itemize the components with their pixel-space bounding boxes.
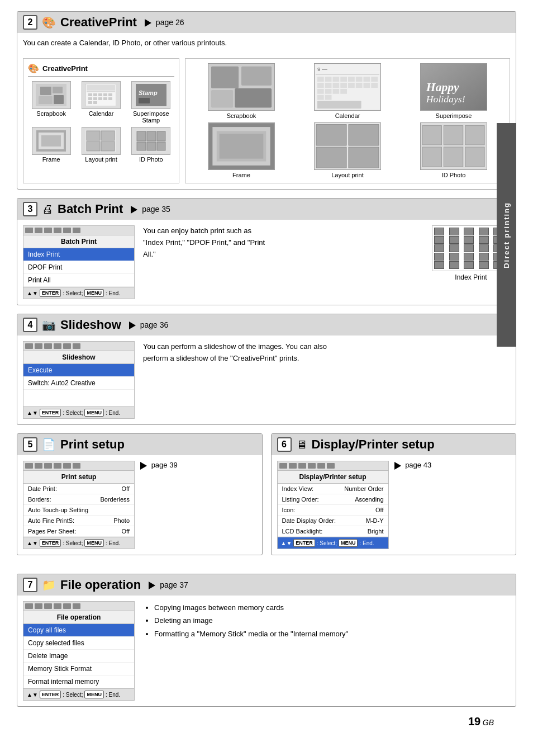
creative-print-icon: 🎨 bbox=[42, 16, 56, 29]
cp-label-frame: Frame bbox=[42, 156, 60, 163]
topbar-7-1 bbox=[25, 603, 33, 609]
batch-menu-item-1[interactable]: DPOF Print bbox=[23, 261, 134, 274]
section-2-number: 2 bbox=[23, 15, 37, 30]
file-op-desc: Copying images between memory cards Dele… bbox=[143, 601, 348, 701]
idx-21 bbox=[434, 261, 444, 269]
section-4-header: 4 📷 Slideshow page 36 bbox=[17, 314, 516, 336]
section-3-number: 3 bbox=[23, 202, 37, 216]
file-op-menu-title: File operation bbox=[23, 611, 134, 624]
topbar-6-4 bbox=[308, 463, 316, 469]
svg-rect-46 bbox=[317, 77, 324, 82]
file-op-item-0[interactable]: Copy all files bbox=[23, 624, 134, 637]
cp-item-frame: Frame bbox=[28, 127, 74, 163]
batch-desc: You can enjoy batch print such as "Index… bbox=[143, 225, 423, 260]
idx-13 bbox=[464, 244, 474, 252]
svg-rect-53 bbox=[371, 77, 378, 82]
ps-label-3: Auto Fine PrintS: bbox=[28, 517, 74, 524]
ds-label-0: Index View: bbox=[282, 485, 314, 492]
topbar-icon-s5 bbox=[63, 343, 71, 349]
batch-menu-item-2[interactable]: Print All bbox=[23, 274, 134, 287]
svg-text:9 —: 9 — bbox=[317, 66, 327, 72]
slideshow-item-0[interactable]: Execute bbox=[23, 364, 134, 377]
topbar-5-6 bbox=[73, 463, 80, 469]
svg-rect-50 bbox=[348, 77, 355, 82]
cp-item-layout: Layout print bbox=[78, 127, 124, 163]
topbar-7-6 bbox=[73, 603, 80, 609]
topbar-5-5 bbox=[63, 463, 71, 469]
svg-rect-61 bbox=[371, 83, 378, 88]
enter-btn-5[interactable]: ENTER bbox=[40, 539, 61, 547]
enter-btn-7[interactable]: ENTER bbox=[40, 691, 61, 698]
file-op-item-2[interactable]: Delete Image bbox=[23, 650, 134, 663]
slideshow-item-1[interactable]: Switch: Auto2 Creative bbox=[23, 377, 134, 390]
menu-btn-5[interactable]: MENU bbox=[84, 539, 104, 547]
svg-rect-13 bbox=[88, 97, 92, 100]
file-op-item-3[interactable]: Memory Stick Format bbox=[23, 663, 134, 675]
svg-rect-30 bbox=[101, 141, 115, 151]
display-setup-title: Display/Printer setup bbox=[278, 471, 388, 484]
svg-rect-57 bbox=[340, 83, 347, 88]
ps-label-2: Auto Touch-up Setting bbox=[28, 507, 88, 513]
section-7-content: File operation Copy all files Copy selec… bbox=[23, 601, 510, 701]
print-setup-row-4: Pages Per Sheet: Off bbox=[23, 526, 134, 537]
topbar-icon-s2 bbox=[35, 343, 42, 349]
preview-label-calendar: Calendar bbox=[335, 112, 360, 119]
creative-previews: Scrapbook 9 — Calendar HappyHol bbox=[185, 58, 510, 183]
svg-rect-41 bbox=[211, 90, 233, 107]
ps-label-1: Borders: bbox=[28, 496, 51, 503]
svg-rect-37 bbox=[157, 142, 165, 150]
batch-desc-line-2: "Index Print," "DPOF Print," and "Print bbox=[143, 237, 423, 249]
slideshow-menu-title: Slideshow bbox=[23, 351, 134, 364]
section-4-arrow: page 36 bbox=[129, 320, 169, 329]
menu-topbar-3 bbox=[23, 226, 134, 235]
batch-menu-footer: ▲▼ ENTER : Select; MENU : End. bbox=[23, 287, 134, 299]
cp-img-scrapbook bbox=[32, 81, 71, 109]
menu-btn-6[interactable]: MENU bbox=[339, 539, 358, 547]
section-7-body: File operation Copy all files Copy selec… bbox=[17, 596, 516, 706]
preview-thumb-scrapbook bbox=[208, 63, 275, 111]
enter-btn-6[interactable]: ENTER bbox=[293, 539, 315, 547]
idx-3 bbox=[464, 228, 474, 235]
idx-14 bbox=[479, 244, 489, 252]
svg-rect-83 bbox=[422, 126, 441, 145]
section-7-arrow: page 37 bbox=[149, 580, 188, 589]
arrow-icon-5 bbox=[140, 462, 147, 470]
idx-9 bbox=[479, 236, 489, 244]
file-op-item-1[interactable]: Copy selected files bbox=[23, 637, 134, 650]
svg-rect-54 bbox=[317, 83, 324, 88]
file-op-list: Copying images between memory cards Dele… bbox=[143, 601, 348, 640]
menu-topbar-5 bbox=[23, 461, 134, 471]
preview-thumb-superimpose: HappyHolidays! bbox=[420, 63, 487, 111]
svg-rect-17 bbox=[108, 97, 112, 100]
preview-layout: Layout print bbox=[296, 122, 399, 178]
topbar-7-2 bbox=[35, 603, 42, 609]
print-setup-row-1: Borders: Borderless bbox=[23, 494, 134, 505]
ds-value-3: M-D-Y bbox=[366, 517, 384, 524]
section-3-content: Batch Print Index Print DPOF Print Print… bbox=[23, 225, 510, 299]
cp-label-calendar: Calendar bbox=[89, 110, 114, 117]
svg-rect-84 bbox=[444, 126, 463, 145]
topbar-icon-6 bbox=[73, 228, 80, 233]
print-setup-footer: ▲▼ ENTER : Select; MENU : End. bbox=[23, 537, 134, 549]
file-op-item-4[interactable]: Format internal memory bbox=[23, 675, 134, 688]
cp-item-scrapbook: Scrapbook bbox=[28, 81, 74, 124]
menu-btn-7[interactable]: MENU bbox=[84, 691, 104, 698]
enter-btn-4[interactable]: ENTER bbox=[40, 409, 61, 417]
preview-label-frame: Frame bbox=[232, 172, 250, 178]
file-op-bullet-2: Formatting a "Memory Stick" media or the… bbox=[154, 627, 348, 640]
section-3-body: Batch Print Index Print DPOF Print Print… bbox=[17, 220, 516, 305]
svg-rect-19 bbox=[93, 101, 97, 104]
file-op-menu: File operation Copy all files Copy selec… bbox=[23, 601, 135, 701]
svg-rect-64 bbox=[332, 89, 339, 94]
svg-rect-47 bbox=[325, 77, 332, 82]
enter-btn-3[interactable]: ENTER bbox=[40, 289, 61, 297]
section-6-number: 6 bbox=[277, 437, 292, 452]
preview-thumb-layout bbox=[314, 122, 381, 170]
preview-label-scrapbook: Scrapbook bbox=[227, 112, 256, 119]
menu-btn-4[interactable]: MENU bbox=[84, 409, 104, 417]
ds-label-4: LCD Backlight: bbox=[282, 528, 323, 535]
section-6-content: Display/Printer setup Index View: Number… bbox=[277, 461, 511, 549]
batch-menu-item-0[interactable]: Index Print bbox=[23, 248, 134, 261]
menu-btn-3[interactable]: MENU bbox=[84, 289, 104, 297]
svg-rect-2 bbox=[53, 87, 63, 93]
